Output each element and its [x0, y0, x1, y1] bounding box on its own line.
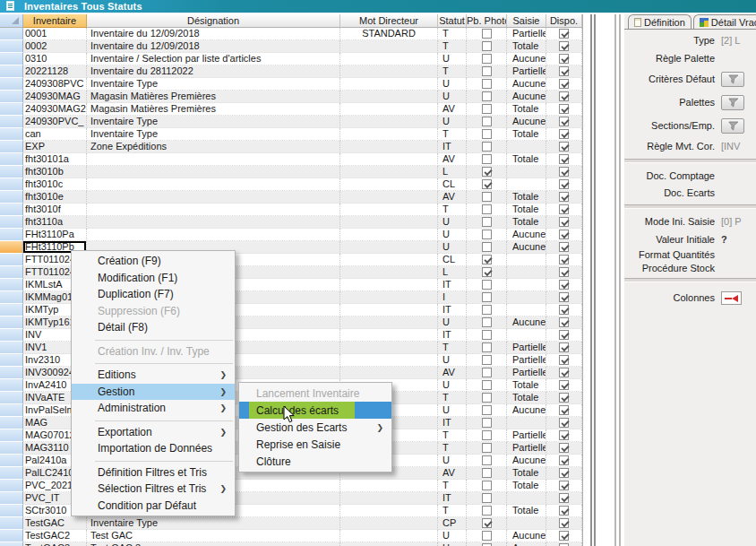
photo-checkbox[interactable] — [482, 167, 492, 177]
dispo-checkbox[interactable] — [559, 242, 569, 252]
dispo-checkbox[interactable] — [559, 117, 569, 126]
filter-button[interactable] — [721, 95, 744, 110]
row-header[interactable] — [0, 329, 23, 342]
photo-checkbox[interactable] — [482, 117, 492, 126]
dispo-checkbox[interactable] — [559, 104, 569, 114]
photo-checkbox[interactable] — [482, 230, 492, 239]
row-header[interactable] — [0, 216, 23, 229]
dispo-checkbox[interactable] — [559, 430, 569, 440]
dispo-checkbox[interactable] — [559, 506, 569, 516]
table-row[interactable]: FHt3110PaUAucune — [0, 229, 582, 241]
table-row[interactable]: 240930PVC_Inventaire TypeUAucune — [0, 116, 582, 128]
table-row[interactable]: 2409308PVCInventaire TypeUAucune — [0, 78, 582, 91]
dispo-checkbox[interactable] — [559, 355, 569, 365]
photo-checkbox[interactable] — [482, 29, 492, 39]
dispo-checkbox[interactable] — [559, 79, 569, 89]
dispo-checkbox[interactable] — [559, 129, 569, 139]
row-header[interactable] — [0, 505, 23, 517]
photo-checkbox[interactable] — [482, 41, 492, 51]
photo-checkbox[interactable] — [482, 368, 492, 377]
column-header-dispo[interactable]: Dispo. — [546, 14, 582, 28]
dispo-checkbox[interactable] — [559, 317, 569, 327]
row-header[interactable] — [0, 342, 23, 354]
row-header[interactable] — [0, 404, 23, 417]
table-row[interactable]: fht3110aUTotale — [0, 216, 582, 229]
row-header[interactable] — [0, 153, 23, 166]
dispo-checkbox[interactable] — [559, 91, 569, 101]
dispo-checkbox[interactable] — [559, 531, 569, 541]
photo-checkbox[interactable] — [482, 493, 492, 503]
row-header[interactable] — [0, 492, 23, 505]
row-header[interactable] — [0, 279, 23, 291]
context-menu-item[interactable]: Editions❯ — [72, 367, 235, 384]
photo-checkbox[interactable] — [482, 204, 492, 214]
photo-checkbox[interactable] — [482, 104, 492, 114]
dispo-checkbox[interactable] — [559, 255, 569, 264]
row-header[interactable] — [0, 542, 23, 546]
dispo-checkbox[interactable] — [559, 393, 569, 403]
dispo-checkbox[interactable] — [559, 41, 569, 51]
dispo-checkbox[interactable] — [559, 455, 569, 465]
row-header[interactable] — [0, 103, 23, 116]
submenu-item[interactable]: Calcul des écarts — [239, 402, 391, 419]
dispo-checkbox[interactable] — [559, 342, 569, 352]
photo-checkbox[interactable] — [482, 79, 492, 89]
row-header[interactable] — [0, 241, 23, 254]
row-header[interactable] — [0, 204, 23, 216]
table-row[interactable]: canInventaire TypeTTotale — [0, 128, 582, 141]
row-header[interactable] — [0, 53, 23, 65]
row-header[interactable] — [0, 78, 23, 91]
column-header-saisie[interactable]: Saisie — [507, 14, 546, 28]
photo-checkbox[interactable] — [482, 481, 492, 490]
column-header-designation[interactable]: Désignation — [87, 14, 340, 28]
photo-checkbox[interactable] — [482, 179, 492, 189]
photo-checkbox[interactable] — [482, 54, 492, 64]
photo-checkbox[interactable] — [482, 91, 492, 101]
select-all-corner[interactable] — [0, 14, 23, 28]
context-menu-item[interactable]: Importation de Données — [72, 440, 235, 457]
row-header[interactable] — [0, 178, 23, 191]
row-header[interactable] — [0, 291, 23, 304]
dispo-checkbox[interactable] — [559, 518, 569, 528]
context-menu-item[interactable]: Détail (F8) — [72, 319, 235, 336]
photo-checkbox[interactable] — [482, 430, 492, 440]
submenu-item[interactable]: Clôture — [239, 453, 391, 470]
photo-checkbox[interactable] — [482, 292, 492, 302]
row-header[interactable] — [0, 28, 23, 40]
dispo-checkbox[interactable] — [559, 154, 569, 164]
dispo-checkbox[interactable] — [559, 292, 569, 302]
table-row[interactable]: fht3010cCL — [0, 178, 582, 191]
dispo-checkbox[interactable] — [559, 481, 569, 490]
table-row[interactable]: 0001Inventaire du 12/09/2018STANDARDTPar… — [0, 28, 582, 40]
photo-checkbox[interactable] — [482, 317, 492, 327]
photo-checkbox[interactable] — [482, 342, 492, 352]
table-row[interactable]: TestGAC3Test GAC 3UAucune — [0, 542, 582, 546]
row-header[interactable] — [0, 530, 23, 542]
photo-checkbox[interactable] — [482, 192, 492, 202]
context-menu-item[interactable]: Gestion❯ — [72, 384, 235, 401]
tab-detail-vrac[interactable]: Détail Vrac — [693, 14, 756, 29]
photo-checkbox[interactable] — [482, 330, 492, 340]
table-row[interactable]: fht3010fTTotale — [0, 204, 582, 216]
dispo-checkbox[interactable] — [559, 368, 569, 377]
row-header[interactable] — [0, 166, 23, 178]
dispo-checkbox[interactable] — [559, 380, 569, 390]
table-row[interactable]: 0002Inventaire du 12/09/2018TTotale — [0, 40, 582, 53]
context-menu-item[interactable]: Duplication (F7) — [72, 286, 235, 303]
photo-checkbox[interactable] — [482, 418, 492, 428]
photo-checkbox[interactable] — [482, 217, 492, 227]
dispo-checkbox[interactable] — [559, 280, 569, 290]
dispo-checkbox[interactable] — [559, 418, 569, 428]
context-menu-item[interactable]: Sélection Filtres et Tris❯ — [72, 481, 235, 498]
row-header[interactable] — [0, 429, 23, 442]
row-header[interactable] — [0, 379, 23, 392]
dispo-checkbox[interactable] — [559, 217, 569, 227]
dispo-checkbox[interactable] — [559, 192, 569, 202]
dispo-checkbox[interactable] — [559, 443, 569, 453]
row-header[interactable] — [0, 116, 23, 128]
photo-checkbox[interactable] — [482, 380, 492, 390]
photo-checkbox[interactable] — [482, 443, 492, 453]
row-header[interactable] — [0, 455, 23, 467]
row-header[interactable] — [0, 141, 23, 153]
row-header[interactable] — [0, 354, 23, 367]
